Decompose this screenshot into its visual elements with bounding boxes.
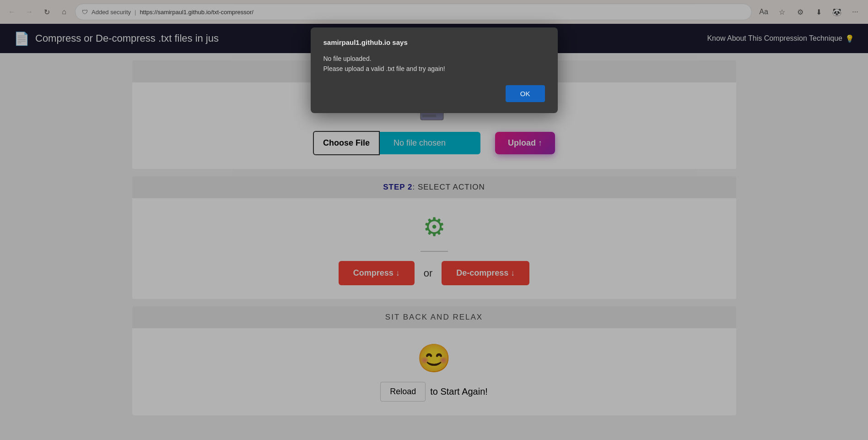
alert-line2: Please upload a valid .txt file and try … xyxy=(323,65,445,72)
alert-message: No file uploaded. Please upload a valid … xyxy=(323,54,545,74)
alert-ok-button[interactable]: OK xyxy=(506,85,545,102)
alert-title: samirpaul1.github.io says xyxy=(323,38,545,46)
alert-overlay: samirpaul1.github.io says No file upload… xyxy=(0,0,868,440)
alert-dialog: samirpaul1.github.io says No file upload… xyxy=(311,27,558,113)
alert-buttons: OK xyxy=(323,85,545,102)
alert-line1: No file uploaded. xyxy=(323,55,372,62)
